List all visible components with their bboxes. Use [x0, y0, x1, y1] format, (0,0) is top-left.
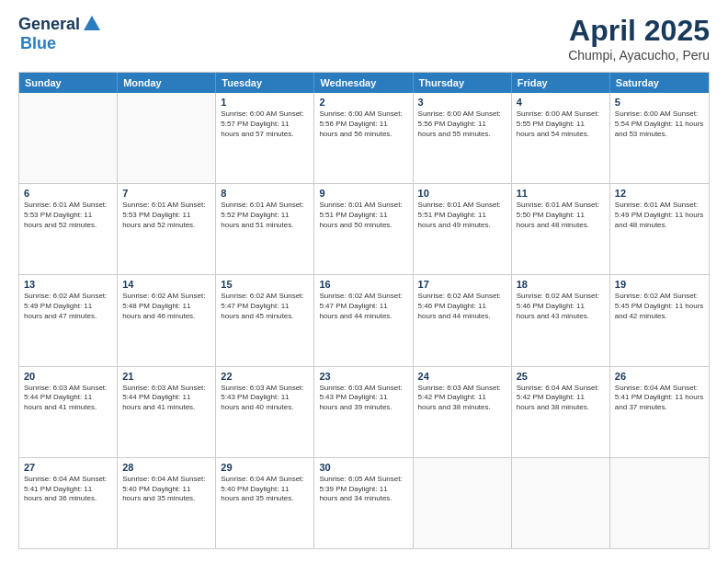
- day-number: 25: [517, 371, 605, 382]
- day-number: 13: [24, 279, 112, 290]
- day-info: Sunrise: 6:00 AM Sunset: 5:54 PM Dayligh…: [615, 109, 704, 139]
- day-info: Sunrise: 6:04 AM Sunset: 5:41 PM Dayligh…: [615, 384, 704, 413]
- day-number: 7: [122, 188, 210, 199]
- calendar-day-cell: 20Sunrise: 6:03 AM Sunset: 5:44 PM Dayli…: [19, 367, 118, 457]
- day-number: 22: [221, 371, 309, 382]
- day-number: 14: [122, 279, 210, 290]
- day-info: Sunrise: 6:01 AM Sunset: 5:51 PM Dayligh…: [319, 201, 407, 230]
- title-section: April 2025 Chumpi, Ayacucho, Peru: [568, 14, 710, 63]
- day-info: Sunrise: 6:01 AM Sunset: 5:53 PM Dayligh…: [122, 201, 210, 230]
- day-number: 16: [319, 279, 407, 290]
- day-info: Sunrise: 6:03 AM Sunset: 5:43 PM Dayligh…: [221, 384, 309, 413]
- calendar-day-cell: 11Sunrise: 6:01 AM Sunset: 5:50 PM Dayli…: [512, 184, 610, 274]
- calendar-day-cell: 14Sunrise: 6:02 AM Sunset: 5:48 PM Dayli…: [118, 275, 216, 365]
- logo-general: General: [18, 15, 80, 34]
- calendar-day-cell: 5Sunrise: 6:00 AM Sunset: 5:54 PM Daylig…: [610, 93, 709, 183]
- day-info: Sunrise: 6:04 AM Sunset: 5:40 PM Dayligh…: [221, 475, 309, 504]
- empty-cell: [19, 93, 118, 183]
- day-number: 20: [24, 371, 112, 382]
- day-info: Sunrise: 6:03 AM Sunset: 5:42 PM Dayligh…: [418, 384, 506, 413]
- calendar-day-cell: 18Sunrise: 6:02 AM Sunset: 5:46 PM Dayli…: [512, 275, 610, 365]
- day-number: 17: [418, 279, 506, 290]
- empty-cell: [118, 93, 216, 183]
- calendar-day-cell: 10Sunrise: 6:01 AM Sunset: 5:51 PM Dayli…: [414, 184, 512, 274]
- day-number: 11: [517, 188, 605, 199]
- calendar: SundayMondayTuesdayWednesdayThursdayFrid…: [18, 72, 710, 549]
- empty-cell: [414, 458, 512, 548]
- day-info: Sunrise: 6:01 AM Sunset: 5:49 PM Dayligh…: [615, 201, 704, 230]
- weekday-header: Wednesday: [314, 73, 413, 93]
- day-info: Sunrise: 6:01 AM Sunset: 5:52 PM Dayligh…: [221, 201, 309, 230]
- day-info: Sunrise: 6:03 AM Sunset: 5:43 PM Dayligh…: [319, 384, 407, 413]
- calendar-day-cell: 1Sunrise: 6:00 AM Sunset: 5:57 PM Daylig…: [216, 93, 314, 183]
- day-number: 29: [221, 462, 309, 473]
- calendar-day-cell: 23Sunrise: 6:03 AM Sunset: 5:43 PM Dayli…: [314, 367, 413, 457]
- day-number: 6: [24, 188, 112, 199]
- day-info: Sunrise: 6:04 AM Sunset: 5:42 PM Dayligh…: [517, 384, 605, 413]
- weekday-header: Sunday: [19, 73, 118, 93]
- calendar-header: SundayMondayTuesdayWednesdayThursdayFrid…: [19, 73, 709, 93]
- calendar-day-cell: 24Sunrise: 6:03 AM Sunset: 5:42 PM Dayli…: [414, 367, 512, 457]
- day-number: 8: [221, 188, 309, 199]
- day-number: 30: [319, 462, 407, 473]
- day-number: 3: [418, 97, 506, 108]
- day-info: Sunrise: 6:01 AM Sunset: 5:51 PM Dayligh…: [418, 201, 506, 230]
- day-number: 4: [517, 97, 605, 108]
- calendar-day-cell: 22Sunrise: 6:03 AM Sunset: 5:43 PM Dayli…: [216, 367, 314, 457]
- day-info: Sunrise: 6:00 AM Sunset: 5:56 PM Dayligh…: [418, 109, 506, 139]
- day-number: 19: [615, 279, 704, 290]
- day-info: Sunrise: 6:02 AM Sunset: 5:45 PM Dayligh…: [615, 292, 704, 321]
- calendar-day-cell: 27Sunrise: 6:04 AM Sunset: 5:41 PM Dayli…: [19, 458, 118, 548]
- day-number: 18: [517, 279, 605, 290]
- calendar-day-cell: 13Sunrise: 6:02 AM Sunset: 5:49 PM Dayli…: [19, 275, 118, 365]
- calendar-day-cell: 9Sunrise: 6:01 AM Sunset: 5:51 PM Daylig…: [314, 184, 413, 274]
- day-info: Sunrise: 6:01 AM Sunset: 5:50 PM Dayligh…: [517, 201, 605, 230]
- calendar-day-cell: 17Sunrise: 6:02 AM Sunset: 5:46 PM Dayli…: [414, 275, 512, 365]
- weekday-header: Thursday: [414, 73, 512, 93]
- logo: General Blue: [18, 14, 102, 53]
- calendar-row: 20Sunrise: 6:03 AM Sunset: 5:44 PM Dayli…: [19, 367, 709, 458]
- day-number: 1: [221, 97, 309, 108]
- calendar-day-cell: 25Sunrise: 6:04 AM Sunset: 5:42 PM Dayli…: [512, 367, 610, 457]
- calendar-day-cell: 6Sunrise: 6:01 AM Sunset: 5:53 PM Daylig…: [19, 184, 118, 274]
- day-info: Sunrise: 6:02 AM Sunset: 5:46 PM Dayligh…: [517, 292, 605, 321]
- day-number: 12: [615, 188, 704, 199]
- day-info: Sunrise: 6:02 AM Sunset: 5:47 PM Dayligh…: [221, 292, 309, 321]
- day-info: Sunrise: 6:02 AM Sunset: 5:48 PM Dayligh…: [122, 292, 210, 321]
- day-number: 26: [615, 371, 704, 382]
- calendar-day-cell: 30Sunrise: 6:05 AM Sunset: 5:39 PM Dayli…: [314, 458, 413, 548]
- calendar-day-cell: 19Sunrise: 6:02 AM Sunset: 5:45 PM Dayli…: [610, 275, 709, 365]
- day-info: Sunrise: 6:03 AM Sunset: 5:44 PM Dayligh…: [122, 384, 210, 413]
- calendar-day-cell: 26Sunrise: 6:04 AM Sunset: 5:41 PM Dayli…: [610, 367, 709, 457]
- calendar-day-cell: 21Sunrise: 6:03 AM Sunset: 5:44 PM Dayli…: [118, 367, 216, 457]
- page: General Blue April 2025 Chumpi, Ayacucho…: [0, 0, 728, 563]
- calendar-day-cell: 3Sunrise: 6:00 AM Sunset: 5:56 PM Daylig…: [414, 93, 512, 183]
- calendar-row: 27Sunrise: 6:04 AM Sunset: 5:41 PM Dayli…: [19, 458, 709, 548]
- logo-text: General: [18, 14, 102, 34]
- day-info: Sunrise: 6:02 AM Sunset: 5:47 PM Dayligh…: [319, 292, 407, 321]
- day-number: 23: [319, 371, 407, 382]
- calendar-row: 1Sunrise: 6:00 AM Sunset: 5:57 PM Daylig…: [19, 93, 709, 184]
- calendar-day-cell: 2Sunrise: 6:00 AM Sunset: 5:56 PM Daylig…: [314, 93, 413, 183]
- empty-cell: [610, 458, 709, 548]
- day-number: 5: [615, 97, 704, 108]
- day-info: Sunrise: 6:03 AM Sunset: 5:44 PM Dayligh…: [24, 384, 112, 413]
- calendar-day-cell: 4Sunrise: 6:00 AM Sunset: 5:55 PM Daylig…: [512, 93, 610, 183]
- day-number: 28: [122, 462, 210, 473]
- logo-blue-text: Blue: [20, 34, 56, 53]
- day-number: 2: [319, 97, 407, 108]
- header: General Blue April 2025 Chumpi, Ayacucho…: [18, 14, 710, 63]
- calendar-day-cell: 15Sunrise: 6:02 AM Sunset: 5:47 PM Dayli…: [216, 275, 314, 365]
- calendar-day-cell: 16Sunrise: 6:02 AM Sunset: 5:47 PM Dayli…: [314, 275, 413, 365]
- calendar-row: 13Sunrise: 6:02 AM Sunset: 5:49 PM Dayli…: [19, 275, 709, 366]
- calendar-day-cell: 12Sunrise: 6:01 AM Sunset: 5:49 PM Dayli…: [610, 184, 709, 274]
- day-info: Sunrise: 6:00 AM Sunset: 5:57 PM Dayligh…: [221, 109, 309, 139]
- day-info: Sunrise: 6:05 AM Sunset: 5:39 PM Dayligh…: [319, 475, 407, 504]
- day-info: Sunrise: 6:04 AM Sunset: 5:40 PM Dayligh…: [122, 475, 210, 504]
- day-number: 10: [418, 188, 506, 199]
- calendar-row: 6Sunrise: 6:01 AM Sunset: 5:53 PM Daylig…: [19, 184, 709, 275]
- calendar-body: 1Sunrise: 6:00 AM Sunset: 5:57 PM Daylig…: [19, 93, 709, 548]
- day-number: 15: [221, 279, 309, 290]
- calendar-day-cell: 8Sunrise: 6:01 AM Sunset: 5:52 PM Daylig…: [216, 184, 314, 274]
- empty-cell: [512, 458, 610, 548]
